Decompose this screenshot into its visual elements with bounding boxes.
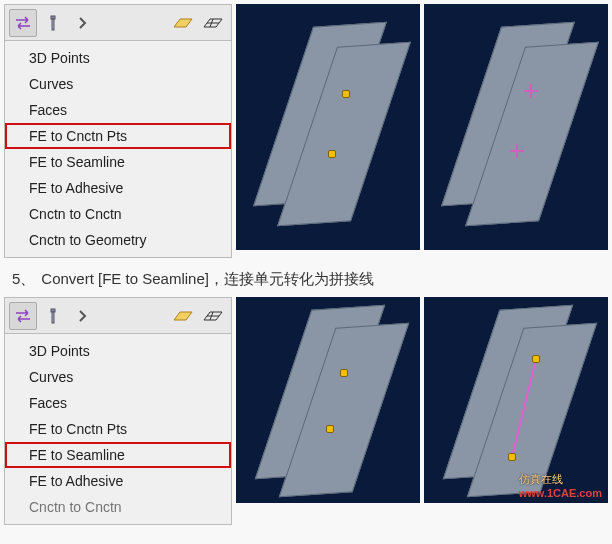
tool-surface-icon[interactable] [169, 302, 197, 330]
watermark-url: www.1CAE.com [519, 487, 602, 499]
toolbar [5, 298, 231, 334]
menu-item-fe-to-seamline[interactable]: FE to Seamline [5, 442, 231, 468]
svg-rect-3 [52, 312, 54, 323]
watermark: 仿真在线 www.1CAE.com [519, 472, 602, 499]
menu-list: 3D Points Curves Faces FE to Cnctn Pts F… [5, 334, 231, 524]
tool-bolt-icon[interactable] [39, 302, 67, 330]
step-command: Convert [FE to Seamline]， [41, 270, 224, 287]
viewport-top-left[interactable] [236, 4, 420, 250]
menu-item-fe-to-adhesive[interactable]: FE to Adhesive [5, 175, 231, 201]
viewport-bottom-left[interactable] [236, 297, 420, 503]
watermark-text: 仿真在线 [519, 472, 602, 487]
step-description: 连接单元转化为拼接线 [224, 270, 374, 287]
menu-item-cnctn-to-cnctn[interactable]: Cnctn to Cnctn [5, 494, 231, 520]
menu-item-fe-to-adhesive[interactable]: FE to Adhesive [5, 468, 231, 494]
tool-surface-icon[interactable] [169, 9, 197, 37]
step-caption: 5、Convert [FE to Seamline]，连接单元转化为拼接线 [0, 262, 612, 293]
convert-menu-panel-1: 3D Points Curves Faces FE to Cnctn Pts F… [4, 4, 232, 258]
menu-item-cnctn-to-cnctn[interactable]: Cnctn to Cnctn [5, 201, 231, 227]
menu-item-fe-to-cnctn-pts[interactable]: FE to Cnctn Pts [5, 416, 231, 442]
menu-item-faces[interactable]: Faces [5, 390, 231, 416]
chevron-right-icon[interactable] [69, 9, 97, 37]
menu-item-curves[interactable]: Curves [5, 71, 231, 97]
menu-item-3d-points[interactable]: 3D Points [5, 45, 231, 71]
tool-bolt-icon[interactable] [39, 9, 67, 37]
toolbar [5, 5, 231, 41]
convert-menu-panel-2: 3D Points Curves Faces FE to Cnctn Pts F… [4, 297, 232, 525]
menu-list: 3D Points Curves Faces FE to Cnctn Pts F… [5, 41, 231, 257]
menu-item-cnctn-to-geometry[interactable]: Cnctn to Geometry [5, 227, 231, 253]
step-number: 5、 [12, 270, 35, 287]
menu-item-3d-points[interactable]: 3D Points [5, 338, 231, 364]
svg-line-4 [512, 359, 536, 457]
tool-swap-icon[interactable] [9, 302, 37, 330]
menu-item-fe-to-cnctn-pts[interactable]: FE to Cnctn Pts [5, 123, 231, 149]
viewport-top-right[interactable] [424, 4, 608, 250]
viewport-bottom-right[interactable]: 仿真在线 www.1CAE.com [424, 297, 608, 503]
menu-item-faces[interactable]: Faces [5, 97, 231, 123]
svg-rect-1 [52, 19, 54, 30]
tool-mesh-icon[interactable] [199, 9, 227, 37]
menu-item-fe-to-seamline[interactable]: FE to Seamline [5, 149, 231, 175]
tool-mesh-icon[interactable] [199, 302, 227, 330]
menu-item-curves[interactable]: Curves [5, 364, 231, 390]
chevron-right-icon[interactable] [69, 302, 97, 330]
tool-swap-icon[interactable] [9, 9, 37, 37]
